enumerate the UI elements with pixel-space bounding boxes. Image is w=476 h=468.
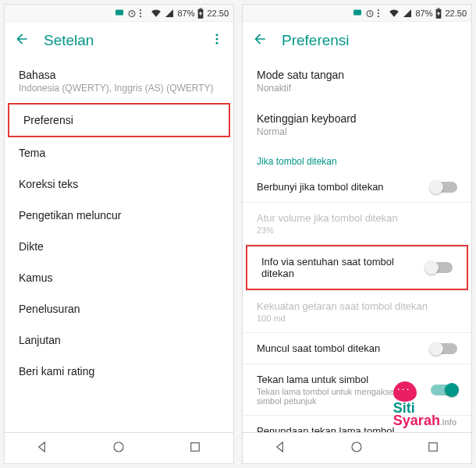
switch[interactable] (431, 182, 457, 193)
svg-point-5 (216, 38, 218, 41)
signal-icon (165, 9, 174, 18)
page-title: Preferensi (282, 32, 462, 49)
app-bar: Preferensi (243, 22, 471, 59)
back-icon[interactable] (14, 31, 30, 50)
page-title: Setelan (44, 32, 196, 49)
toggle-berbunyi[interactable]: Berbunyi jika tombol ditekan (243, 172, 471, 202)
svg-rect-3 (200, 8, 202, 9)
nav-back-icon[interactable] (36, 440, 50, 457)
preferences-list: Mode satu tangan Nonaktif Ketinggian key… (243, 59, 471, 432)
svg-rect-14 (429, 442, 438, 451)
battery-text: 87% (415, 9, 432, 18)
svg-point-6 (216, 42, 218, 44)
settings-list: Bahasa Indonesia (QWERTY), Inggris (AS) … (5, 59, 233, 432)
switch[interactable] (431, 385, 457, 395)
item-mode-satu-tangan[interactable]: Mode satu tangan Nonaktif (243, 59, 471, 103)
item-pengetikan-meluncur[interactable]: Pengetikan meluncur (5, 200, 233, 231)
nav-bar (243, 432, 471, 463)
alarm-icon (127, 9, 137, 18)
switch[interactable] (426, 262, 453, 273)
item-beri-rating[interactable]: Beri kami rating (5, 356, 233, 387)
svg-point-13 (352, 442, 361, 452)
app-bar: Setelan (5, 22, 233, 59)
item-tema[interactable]: Tema (5, 137, 233, 168)
switch[interactable] (431, 343, 457, 354)
cast-icon (353, 9, 362, 18)
time-text: 22.50 (207, 9, 229, 18)
svg-rect-0 (115, 9, 123, 15)
item-penundaan-tekan-lama[interactable]: Penundaan tekan lama tombol300 md (243, 416, 471, 432)
signal-icon (403, 9, 412, 18)
cast-icon (115, 9, 124, 18)
nav-recent-icon[interactable] (426, 440, 440, 457)
item-ketinggian-keyboard[interactable]: Ketinggian keyboard Normal (243, 103, 471, 147)
toggle-tekan-lama-simbol[interactable]: Tekan lama untuk simbolTekan lama tombol… (243, 364, 471, 415)
battery-icon (197, 8, 204, 19)
item-kekuatan-getaran: Kekuatan getaran saat tombol ditekan100 … (243, 291, 471, 332)
nav-home-icon[interactable] (350, 440, 364, 457)
battery-text: 87% (177, 9, 194, 18)
nav-home-icon[interactable] (112, 440, 126, 457)
svg-point-4 (216, 34, 218, 36)
svg-rect-9 (353, 9, 361, 15)
svg-rect-12 (438, 8, 440, 9)
nav-bar (5, 432, 233, 463)
toggle-muncul[interactable]: Muncul saat tombol ditekan (243, 333, 471, 363)
item-dikte[interactable]: Dikte (5, 231, 233, 262)
time-text: 22.50 (445, 9, 467, 18)
section-header: Jika tombol ditekan (243, 147, 471, 172)
nav-recent-icon[interactable] (188, 440, 202, 457)
svg-point-7 (114, 442, 123, 452)
item-preferensi[interactable]: Preferensi (8, 103, 230, 137)
wifi-icon (151, 9, 162, 18)
item-bahasa[interactable]: Bahasa Indonesia (QWERTY), Inggris (AS) … (5, 59, 233, 103)
nav-back-icon[interactable] (274, 440, 288, 457)
item-kamus[interactable]: Kamus (5, 262, 233, 293)
item-koreksi-teks[interactable]: Koreksi teks (5, 168, 233, 200)
wifi-icon (389, 9, 400, 18)
status-bar: 87% 22.50 (243, 5, 471, 22)
phone-left: 87% 22.50 Setelan Bahasa Indonesia (QWER… (4, 4, 234, 464)
nfc-icon (140, 9, 147, 18)
item-atur-volume: Atur volume jika tombol ditekan23% (243, 203, 471, 244)
more-icon[interactable] (210, 32, 224, 49)
phone-right: 87% 22.50 Preferensi Mode satu tangan No… (242, 4, 472, 464)
nfc-icon (378, 9, 385, 18)
item-penelusuran[interactable]: Penelusuran (5, 293, 233, 324)
svg-rect-8 (191, 442, 200, 451)
back-icon[interactable] (252, 31, 268, 50)
status-bar: 87% 22.50 (5, 5, 233, 22)
item-lanjutan[interactable]: Lanjutan (5, 324, 233, 356)
battery-icon (435, 8, 442, 19)
alarm-icon (365, 9, 375, 18)
toggle-info-sentuhan[interactable]: Info via sentuhan saat tombol ditekan (246, 245, 468, 290)
